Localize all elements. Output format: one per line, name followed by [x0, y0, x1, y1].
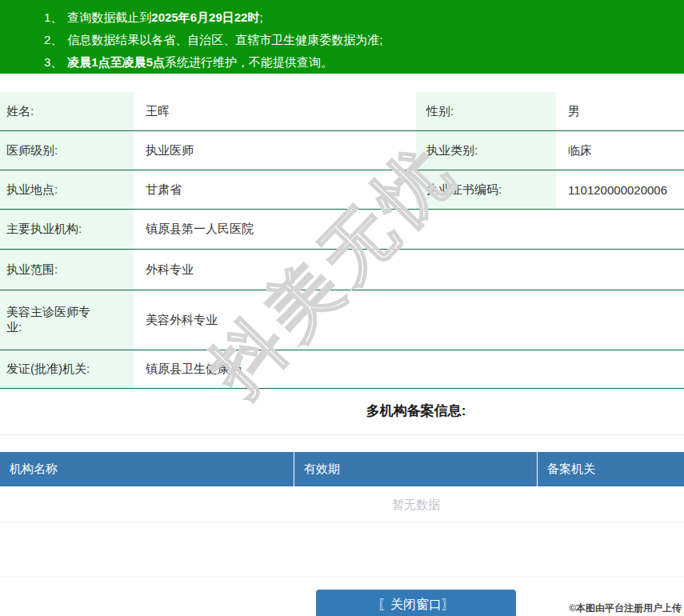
notice-line-1: 1、查询数据截止到2025年6月29日22时; [44, 6, 684, 29]
filing-table-header: 机构名称 有效期 备案机关 [0, 452, 684, 486]
field-label-certificate-number: 执业证书编码: [416, 170, 556, 209]
notice-text: ; [259, 10, 262, 24]
field-value-certificate-number: 110120000020006 [556, 170, 684, 209]
field-label-gender: 性别: [416, 92, 556, 130]
notice-text: 查询数据截止到 [67, 10, 151, 24]
field-label-practice-category: 执业类别: [416, 131, 556, 170]
empty-data-text: 暂无数据 [148, 486, 684, 522]
table-row: 主要执业机构: 镇原县第一人民医院 [0, 210, 684, 250]
notice-text-bold: 凌晨1点至凌晨5点 [67, 55, 165, 69]
notice-line-number: 1、 [44, 10, 62, 24]
notice-text: 系统进行维护，不能提供查询。 [165, 55, 333, 69]
table-row: 美容主诊医师专业: 美容外科专业 [0, 290, 684, 350]
filing-header-validity-period: 有效期 [294, 452, 538, 486]
field-value-name: 王晖 [134, 92, 416, 130]
notice-banner: 1、查询数据截止到2025年6月29日22时; 2、信息数据结果以各省、自治区、… [0, 0, 684, 74]
field-value-practice-scope: 外科专业 [134, 250, 684, 290]
field-label-cosmetic-specialty: 美容主诊医师专业: [0, 290, 134, 350]
field-label-issuing-authority: 发证(批准)机关: [0, 350, 134, 388]
field-label-practice-scope: 执业范围: [0, 250, 134, 290]
table-row: 姓名: 王晖 性别: 男 [0, 92, 684, 131]
spacer [0, 435, 684, 452]
field-label-doctor-level: 医师级别: [0, 131, 134, 170]
filing-header-filing-authority: 备案机关 [538, 452, 684, 486]
field-value-doctor-level: 执业医师 [134, 131, 416, 170]
section-title-filing: 多机构备案信息: [148, 389, 684, 434]
notice-line-number: 3、 [44, 55, 62, 69]
field-label-practice-location: 执业地点: [0, 170, 134, 209]
practitioner-info-table: 姓名: 王晖 性别: 男 医师级别: 执业医师 执业类别: 临床 执业地点: 甘… [0, 92, 684, 389]
notice-text-bold: 2025年6月29日22时 [151, 10, 259, 24]
field-value-gender: 男 [556, 92, 684, 130]
notice-line-2: 2、信息数据结果以各省、自治区、直辖市卫生健康委数据为准; [44, 29, 684, 51]
close-window-button[interactable]: 〖关闭窗口〗 [316, 590, 516, 616]
field-value-cosmetic-specialty: 美容外科专业 [134, 290, 684, 350]
field-label-main-institution: 主要执业机构: [0, 210, 134, 249]
table-row: 执业范围: 外科专业 [0, 250, 684, 290]
filing-header-institution-name: 机构名称 [0, 452, 294, 486]
field-value-practice-location: 甘肃省 [134, 170, 416, 209]
button-bar: 〖关闭窗口〗 [148, 577, 684, 616]
spacer [0, 523, 684, 576]
notice-line-3: 3、凌晨1点至凌晨5点系统进行维护，不能提供查询。 [44, 51, 684, 74]
notice-text: 信息数据结果以各省、自治区、直辖市卫生健康委数据为准; [67, 33, 382, 46]
notice-line-number: 2、 [44, 33, 62, 46]
field-value-practice-category: 临床 [556, 131, 684, 170]
field-label-name: 姓名: [0, 92, 134, 130]
table-row: 执业地点: 甘肃省 执业证书编码: 110120000020006 [0, 170, 684, 210]
table-row: 医师级别: 执业医师 执业类别: 临床 [0, 131, 684, 170]
table-row: 发证(批准)机关: 镇原县卫生健康局 [0, 350, 684, 389]
field-value-main-institution: 镇原县第一人民医院 [134, 210, 684, 249]
field-value-issuing-authority: 镇原县卫生健康局 [134, 350, 684, 388]
